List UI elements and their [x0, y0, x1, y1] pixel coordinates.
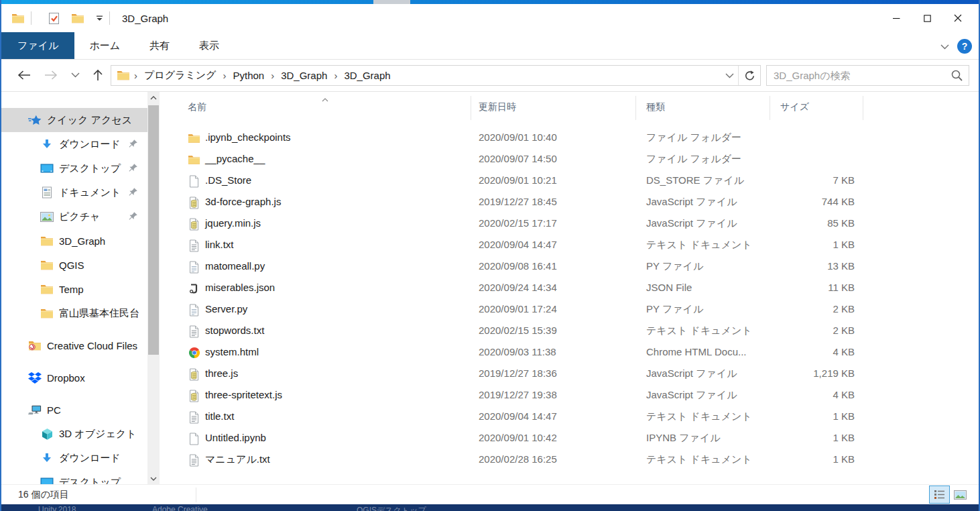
file-date: 2020/09/04 14:47 [479, 410, 557, 422]
sidebar-item[interactable]: ピクチャ [1, 205, 147, 229]
sidebar-item[interactable]: ドキュメント [1, 180, 147, 205]
history-chevron-icon[interactable] [66, 66, 84, 84]
file-row[interactable]: jquery.min.js 2020/02/15 17:17 JavaScrip… [160, 213, 980, 235]
file-size: 1 KB [750, 453, 855, 465]
file-row[interactable]: __pycache__ 2020/09/07 14:50 ファイル フォルダー [160, 149, 980, 170]
sidebar-item[interactable]: デスクトップ [1, 470, 147, 484]
sidebar-scrollbar[interactable] [147, 92, 160, 484]
back-icon[interactable] [15, 66, 34, 84]
ribbon-tab-other[interactable]: 共有 [135, 32, 184, 59]
file-row[interactable]: .DS_Store 2020/09/01 10:21 DS_STORE ファイル… [160, 170, 980, 192]
large-icons-view-button[interactable] [950, 486, 971, 504]
pin-icon [128, 211, 138, 221]
breadcrumb-segment[interactable]: Python [230, 70, 267, 81]
desktop-screen-icon [40, 162, 54, 175]
ribbon-collapse-icon[interactable] [940, 40, 949, 52]
sidebar-item[interactable]: 3D オブジェクト [1, 422, 147, 446]
breadcrumb-segment[interactable]: プログラミング [141, 69, 219, 82]
file-row[interactable]: Untitled.ipynb 2020/09/01 10:42 IPYNB ファ… [160, 428, 980, 449]
file-name: system.html [205, 346, 259, 357]
background-text-fragment: Unity,2018... [38, 505, 82, 511]
file-name: matomeall.py [205, 260, 265, 272]
file-size: 1,219 KB [750, 367, 855, 379]
file-size: 744 KB [750, 196, 855, 207]
address-dropdown-icon[interactable] [721, 66, 738, 85]
sidebar-item[interactable]: ダウンロード [1, 446, 147, 470]
breadcrumb-segment[interactable]: 3D_Graph [278, 70, 330, 81]
sidebar-item[interactable]: Creative Cloud Files [1, 333, 147, 357]
file-type: JavaScript ファイル [646, 367, 737, 380]
breadcrumb-chevron-icon[interactable]: › [330, 70, 341, 81]
file-row[interactable]: matomeall.py 2020/09/08 16:41 PY ファイル 13… [160, 256, 980, 278]
breadcrumb-chevron-icon[interactable]: › [219, 70, 230, 81]
explorer-window: 3D_Graph ファイルホーム共有表示 ? ›プログラミング›Python›3… [0, 0, 980, 511]
sidebar-item-label: 3D オブジェクト [59, 428, 147, 441]
details-view-button[interactable] [929, 486, 950, 504]
sidebar-item[interactable]: 富山県基本住民台 [1, 301, 147, 325]
file-row[interactable]: .ipynb_checkpoints 2020/09/01 10:40 ファイル… [160, 127, 980, 149]
search-icon[interactable] [951, 69, 963, 84]
qat-customize-icon[interactable] [95, 11, 104, 25]
column-header-date[interactable]: 更新日時 [479, 101, 516, 113]
scroll-down-icon[interactable] [147, 473, 160, 484]
breadcrumb-chevron-icon[interactable]: › [267, 70, 278, 81]
search-box[interactable] [766, 65, 969, 86]
file-row[interactable]: link.txt 2020/09/04 14:47 テキスト ドキュメント 1 … [160, 235, 980, 256]
close-button[interactable] [942, 4, 973, 32]
sidebar-item[interactable]: PC [1, 398, 147, 422]
column-header-name[interactable]: 名前 [188, 101, 206, 113]
forward-icon [42, 66, 60, 84]
file-date: 2020/09/01 17:24 [479, 303, 557, 315]
file-name: link.txt [205, 239, 234, 250]
file-date: 2020/02/15 15:39 [479, 325, 557, 336]
breadcrumb-segment[interactable]: 3D_Graph [341, 70, 393, 81]
file-row[interactable]: miserables.json 2020/09/24 14:34 JSON Fi… [160, 278, 980, 299]
column-header-type[interactable]: 種類 [646, 101, 665, 113]
file-row[interactable]: 3d-force-graph.js 2019/12/27 18:45 JavaS… [160, 192, 980, 213]
file-size: 4 KB [750, 346, 855, 357]
sidebar-item[interactable]: QGIS [1, 253, 147, 277]
properties-icon[interactable] [46, 11, 61, 25]
file-row[interactable]: title.txt 2020/09/04 14:47 テキスト ドキュメント 1… [160, 406, 980, 428]
ribbon-tab-other[interactable]: ホーム [74, 32, 135, 59]
sidebar-item[interactable]: Temp [1, 277, 147, 301]
ribbon-tab-other[interactable]: 表示 [184, 32, 234, 59]
sidebar-item[interactable]: 3D_Graph [1, 229, 147, 253]
file-row[interactable]: stopwords.txt 2020/02/15 15:39 テキスト ドキュメ… [160, 321, 980, 342]
scroll-up-icon[interactable] [147, 92, 160, 103]
refresh-icon[interactable] [739, 66, 760, 85]
file-row[interactable]: three-spritetext.js 2019/12/27 19:38 Jav… [160, 385, 980, 406]
file-row[interactable]: three.js 2019/12/27 18:36 JavaScript ファイ… [160, 363, 980, 385]
folder-cc-icon [28, 339, 42, 352]
sidebar-item[interactable]: クイック アクセス [1, 108, 147, 132]
file-size: 85 KB [750, 217, 855, 229]
file-text-icon [188, 325, 200, 338]
file-type: DS_STORE ファイル [646, 174, 744, 187]
folder-icon [40, 258, 54, 272]
column-header-size[interactable]: サイズ [780, 101, 809, 113]
breadcrumb-chevron-icon[interactable]: › [130, 70, 141, 81]
minimize-button[interactable] [881, 4, 912, 32]
file-chrome-icon [188, 346, 200, 359]
up-icon[interactable] [88, 66, 107, 84]
file-row[interactable]: Server.py 2020/09/01 17:24 PY ファイル 2 KB [160, 299, 980, 321]
file-date: 2020/09/04 14:47 [479, 239, 557, 250]
file-name: Server.py [205, 303, 247, 315]
new-folder-icon[interactable] [70, 11, 85, 25]
ribbon-tab-file[interactable]: ファイル [1, 32, 74, 59]
scrollbar-thumb[interactable] [148, 105, 159, 355]
sidebar-item[interactable]: デスクトップ [1, 156, 147, 180]
file-row[interactable]: マニュアル.txt 2020/02/28 16:25 テキスト ドキュメント 1… [160, 449, 980, 471]
file-size: 1 KB [750, 432, 855, 443]
help-button[interactable]: ? [957, 39, 972, 54]
file-type: PY ファイル [646, 303, 703, 316]
address-bar[interactable]: ›プログラミング›Python›3D_Graph›3D_Graph [111, 65, 761, 86]
sidebar-item[interactable]: ダウンロード [1, 132, 147, 156]
file-type: Chrome HTML Docu... [646, 346, 746, 357]
sidebar-item[interactable]: Dropbox [1, 365, 147, 390]
search-input[interactable] [774, 66, 941, 85]
window-title: 3D_Graph [122, 13, 168, 24]
file-row[interactable]: system.html 2020/09/03 11:38 Chrome HTML… [160, 342, 980, 363]
maximize-button[interactable] [912, 4, 942, 32]
download-arrow-icon [40, 137, 54, 151]
